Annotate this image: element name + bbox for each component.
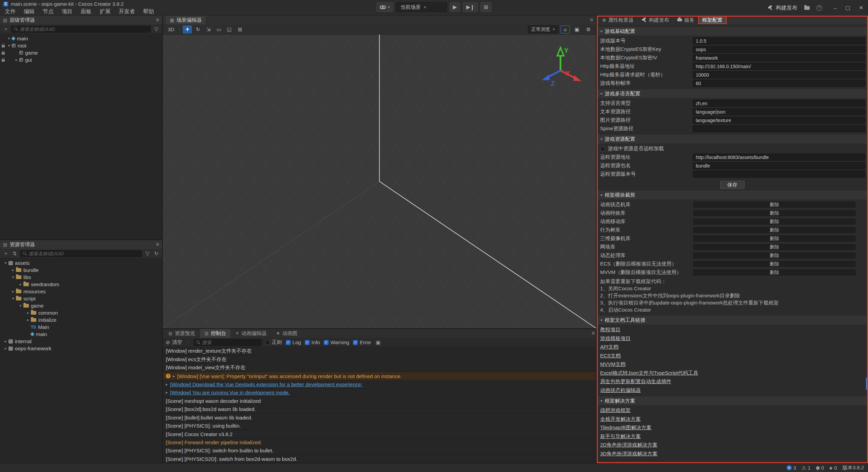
expander-icon[interactable]: ▸ — [18, 282, 23, 287]
doc-link[interactable]: 教程项目 — [599, 326, 865, 334]
solution-link[interactable]: 全栈开发解决方案 — [599, 415, 865, 424]
field-input[interactable] — [693, 54, 865, 61]
inspector-tab[interactable]: 构建发布 — [638, 16, 673, 24]
console-search[interactable] — [194, 339, 261, 346]
step-button[interactable]: ▶❙ — [463, 2, 478, 12]
section-header-solutions[interactable]: ▾ 框架解决方案 — [597, 396, 868, 405]
error-badge[interactable]: ✕ 3 — [787, 465, 796, 471]
field-input[interactable] — [693, 63, 865, 70]
regex-checkbox[interactable] — [265, 340, 270, 345]
console-log-row[interactable]: [Scene] Cocos Creator v3.8.2 — [163, 430, 596, 438]
lock-icon[interactable] — [2, 52, 5, 55]
console-log-row[interactable]: [Scene] [PHYSICS]: switch from builtin t… — [163, 447, 596, 455]
expander-icon[interactable]: ▸ — [14, 58, 19, 62]
console-tab[interactable]: ▥控制台 — [200, 329, 230, 338]
console-log-row[interactable]: [Scene] [PHYSICS]: using builtin. — [163, 422, 596, 430]
add-asset-button[interactable]: ＋ — [2, 250, 9, 257]
section-header-language[interactable]: ▾ 游戏多语言配置 — [597, 89, 868, 98]
menu-item[interactable]: 项目 — [58, 8, 77, 16]
doc-link[interactable]: ECS文档 — [599, 352, 865, 360]
field-input[interactable] — [693, 71, 865, 78]
copy-log-button[interactable]: ▣ — [375, 339, 381, 346]
layout-button[interactable]: ⊞ — [480, 2, 492, 12]
field-input[interactable] — [693, 80, 865, 87]
assets-tree-row[interactable]: ▸bundle — [0, 267, 162, 274]
delete-module-button[interactable]: 删除 — [693, 218, 856, 225]
hierarchy-tree-row[interactable]: ▾root — [0, 42, 162, 49]
console-log-row[interactable]: [Window] render_texture文件夹不存在 — [163, 347, 596, 355]
solution-link[interactable]: 新手引导解决方案 — [599, 432, 865, 441]
hierarchy-search-input[interactable] — [20, 26, 148, 32]
section-header-resource[interactable]: ▾ 游戏资源配置 — [597, 135, 868, 143]
expander-icon[interactable]: ▸ — [3, 339, 8, 343]
add-node-button[interactable]: ＋ — [2, 26, 9, 32]
expander-icon[interactable]: ▸ — [10, 289, 16, 294]
close-button[interactable]: ✕ — [859, 5, 863, 11]
rotate-tool-button[interactable]: ↻ — [193, 25, 202, 34]
solution-link[interactable]: 2D角色扮演游戏解决方案 — [599, 441, 865, 450]
log-filter-info[interactable]: ✓Info — [305, 339, 320, 345]
field-input[interactable] — [693, 154, 865, 161]
checkbox[interactable]: ✓ — [353, 340, 358, 345]
log-filter-warning[interactable]: ✓Warning — [324, 339, 349, 345]
field-input[interactable] — [693, 171, 865, 178]
console-log-row[interactable]: [Scene] [bullet]:bullet wasm lib loaded. — [163, 414, 596, 422]
expander-icon[interactable]: ▾ — [10, 275, 16, 279]
menu-item[interactable]: 节点 — [39, 8, 58, 16]
expander-icon[interactable]: ▾ — [3, 261, 8, 265]
inspector-tab[interactable]: 服务 — [674, 16, 698, 24]
solution-link[interactable]: 3D角色扮演游戏解决方案 — [599, 450, 865, 458]
console-log-row[interactable]: !▸[Window] [Vue warn]: Property "onInput… — [163, 372, 596, 380]
solution-link[interactable]: 战棋游戏框架 — [599, 406, 865, 415]
field-input[interactable] — [693, 125, 865, 132]
warning-badge[interactable]: ⚠ 1 — [802, 465, 811, 471]
console-log-row[interactable]: ▸[Window] Download the Vue Devtools exte… — [163, 380, 596, 389]
inspector-tab[interactable]: ⚙属性检查器 — [599, 16, 637, 24]
delete-module-button[interactable]: 删除 — [693, 235, 856, 242]
assets-tree-row[interactable]: ▸resources — [0, 288, 162, 295]
remote-load-toggle[interactable]: 游戏中资源是否远程加载 — [599, 144, 865, 153]
console-tab[interactable]: ❖动画图 — [272, 329, 302, 338]
menu-item[interactable]: 帮助 — [139, 8, 158, 16]
console-log-row[interactable]: ▸[Window] You are running Vue in develop… — [163, 389, 596, 397]
lock-icon[interactable] — [2, 45, 5, 47]
expander-icon[interactable]: ▾ — [6, 43, 12, 48]
view-gizmo[interactable]: Y X Z — [535, 44, 586, 95]
build-publish-button[interactable]: 构建发布 — [768, 4, 797, 12]
scene-editor-tab[interactable]: ▦ 场景编辑器 — [166, 16, 206, 24]
delete-module-button[interactable]: 删除 — [693, 252, 856, 259]
inspector-tab[interactable]: 框架配置 — [699, 16, 726, 24]
assets-tree-row[interactable]: ▸initialize — [0, 316, 162, 323]
console-log-row[interactable]: [Scene] [box2d]:box2d wasm lib loaded. — [163, 405, 596, 413]
hierarchy-tree-row[interactable]: game — [0, 49, 162, 56]
console-log-row[interactable]: [Scene] [PHYSICS2D]: switch from box2d-w… — [163, 455, 596, 463]
panel-menu-icon[interactable]: ≡ — [590, 17, 593, 23]
field-input[interactable] — [693, 100, 865, 107]
console-log-row[interactable]: [Scene] Forward render pipeline initiali… — [163, 438, 596, 447]
assets-search-input[interactable] — [28, 251, 139, 256]
filter-icon[interactable]: ▽ — [153, 26, 160, 32]
rect-tool-button[interactable]: ▭ — [214, 25, 223, 34]
minimize-button[interactable]: – — [834, 5, 836, 11]
assets-tree-row[interactable]: ▸internal — [0, 338, 162, 345]
filter-icon[interactable]: ▽ — [144, 251, 151, 257]
scene-viewport[interactable]: Y X Z — [163, 35, 596, 328]
log-filter-log[interactable]: ✓Log — [286, 339, 301, 345]
section-header-basic[interactable]: ▾ 游戏基础配置 — [597, 27, 868, 36]
console-log-row[interactable]: [Window] model_view文件夹不存在 — [163, 364, 596, 372]
field-input[interactable] — [693, 162, 865, 169]
delete-module-button[interactable]: 删除 — [693, 243, 856, 251]
device-select[interactable]: ▾ — [376, 2, 393, 12]
sort-button[interactable]: ⇅ — [11, 251, 18, 257]
solution-link[interactable]: Tiledmap地图解决方案 — [599, 424, 865, 432]
doc-link[interactable]: API文档 — [599, 343, 865, 352]
log-filter-error[interactable]: ✓Error — [353, 339, 371, 345]
assets-tree-row[interactable]: ▸common — [0, 309, 162, 316]
scale-tool-button[interactable]: ⇲ — [204, 25, 213, 34]
assets-tree-row[interactable]: ▾assets — [0, 259, 162, 267]
open-folder-button[interactable] — [804, 6, 810, 10]
delete-module-button[interactable]: 删除 — [693, 201, 856, 208]
remote-load-checkbox[interactable] — [600, 146, 605, 151]
expander-icon[interactable]: ▸ — [25, 311, 31, 315]
expander-icon[interactable]: ▾ — [10, 296, 16, 301]
